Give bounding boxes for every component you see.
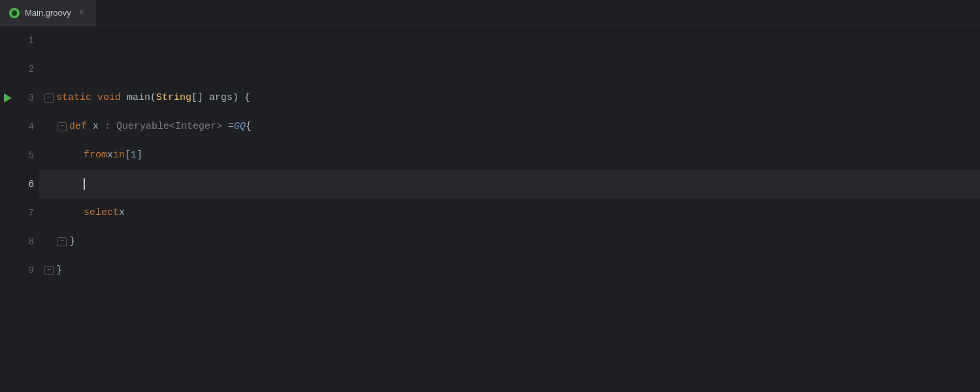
groovy-file-icon (9, 8, 20, 18)
tab-close-button[interactable]: × (76, 8, 87, 18)
gutter-line-5: 5 (0, 141, 39, 170)
fold-marker-8[interactable]: − (57, 237, 67, 246)
keyword-void: void (97, 84, 127, 112)
line-number: 5 (0, 141, 39, 170)
line-number: 2 (0, 55, 39, 84)
code-line-6 (39, 170, 980, 199)
fold-marker-9[interactable]: − (44, 266, 54, 275)
gutter-line-2: 2 (0, 55, 39, 84)
equals-sign: = (228, 112, 234, 141)
code-line-3: − static void main( String [] args) { (39, 84, 980, 112)
line-number-active: 6 (0, 170, 39, 199)
line-number: 4 (0, 112, 39, 141)
code-line-2 (39, 55, 980, 84)
tab-title: Main.groovy (25, 8, 71, 18)
fold-marker-4[interactable]: − (57, 122, 67, 131)
gutter-line-7: 7 (0, 199, 39, 227)
fold-marker-3[interactable]: − (44, 93, 54, 103)
keyword-select: select (84, 199, 119, 227)
gutter-line-3: 3 (0, 84, 39, 112)
keyword-gq: GQ (234, 112, 246, 141)
code-line-1 (39, 26, 980, 55)
line-number: 7 (0, 199, 39, 227)
line-number: 8 (0, 227, 39, 256)
from-x: x (107, 141, 113, 170)
gutter-line-4: 4 (0, 112, 39, 141)
literal-1: 1 (131, 141, 137, 170)
code-args: [] args) { (191, 84, 250, 112)
tab-main-groovy[interactable]: Main.groovy × (0, 0, 97, 25)
code-line-5: from x in [ 1 ] (39, 141, 980, 170)
line-number: 1 (0, 26, 39, 55)
keyword-def: def (69, 112, 93, 141)
var-x: x (93, 112, 99, 141)
select-x: x (119, 199, 125, 227)
code-line-4: − def x : Queryable<Integer> = GQ { (39, 112, 980, 141)
editor-area: 1 2 3 4 5 6 7 8 (0, 26, 980, 392)
open-brace-gq: { (246, 112, 252, 141)
type-annotation: : Queryable<Integer> (99, 112, 228, 141)
text-cursor (84, 178, 85, 190)
bracket-open: [ (125, 141, 131, 170)
type-string: String (156, 84, 191, 112)
gutter-line-1: 1 (0, 26, 39, 55)
gutter-line-8: 8 (0, 227, 39, 256)
bracket-close: ] (137, 141, 142, 170)
gutter-line-9: 9 (0, 256, 39, 285)
close-brace-gq: } (69, 227, 75, 256)
groovy-icon-inner (12, 10, 17, 16)
keyword-in: in (113, 141, 125, 170)
code-editor[interactable]: − static void main( String [] args) { − … (39, 26, 980, 392)
line-number-gutter: 1 2 3 4 5 6 7 8 (0, 26, 39, 392)
code-line-8: − } (39, 227, 980, 256)
keyword-static: static (56, 84, 97, 112)
close-brace-main: } (56, 256, 62, 285)
gutter-line-6: 6 (0, 170, 39, 199)
keyword-from: from (84, 141, 107, 170)
code-line-9: − } (39, 256, 980, 285)
method-name: main( (127, 84, 156, 112)
run-triangle-icon (4, 93, 12, 103)
tab-bar: Main.groovy × (0, 0, 980, 26)
run-button[interactable] (1, 91, 14, 105)
line-number: 9 (0, 256, 39, 285)
code-line-7: select x (39, 199, 980, 227)
